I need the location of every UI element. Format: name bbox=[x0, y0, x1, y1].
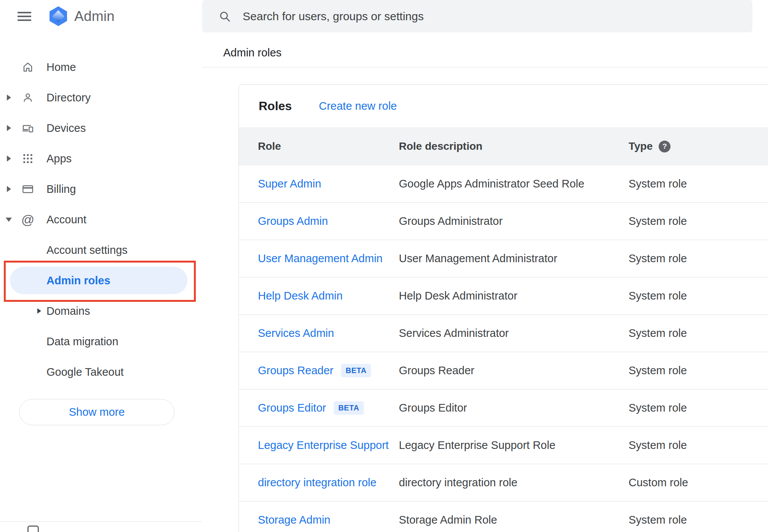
role-type: System role bbox=[629, 290, 768, 302]
hamburger-menu-icon[interactable] bbox=[18, 10, 31, 23]
role-link[interactable]: User Management Admin bbox=[258, 252, 382, 265]
home-icon bbox=[18, 61, 38, 73]
chevron-right-icon bbox=[7, 125, 11, 131]
roles-card-header: Roles Create new role bbox=[239, 85, 768, 127]
roles-table-body: Super Admin Google Apps Administrator Se… bbox=[239, 165, 768, 532]
role-type: System role bbox=[629, 252, 768, 265]
role-description: Legacy Enterprise Support Role bbox=[399, 439, 629, 452]
role-link[interactable]: Legacy Enterprise Support bbox=[258, 439, 389, 452]
chevron-right-icon bbox=[7, 186, 11, 192]
role-link[interactable]: Super Admin bbox=[258, 178, 321, 190]
table-row: Services Admin Services Administrator Sy… bbox=[239, 315, 768, 352]
breadcrumb: Admin roles bbox=[223, 46, 282, 59]
role-type: System role bbox=[629, 327, 768, 340]
table-row: Groups Admin Groups Administrator System… bbox=[239, 203, 768, 240]
role-description: User Management Administrator bbox=[399, 252, 629, 265]
table-row: Help Desk Admin Help Desk Administrator … bbox=[239, 277, 768, 315]
role-description: directory integration role bbox=[399, 476, 629, 489]
role-link[interactable]: Groups Admin bbox=[258, 215, 328, 228]
sidebar-nav: Home Directory Devices bbox=[0, 52, 202, 425]
role-description: Storage Admin Role bbox=[399, 514, 629, 526]
role-type: System role bbox=[629, 215, 768, 228]
beta-badge: BETA bbox=[334, 401, 364, 415]
role-link[interactable]: Services Admin bbox=[258, 327, 334, 340]
sidebar-item-devices[interactable]: Devices bbox=[0, 113, 202, 143]
column-header-type: Type bbox=[629, 140, 653, 152]
sidebar-item-apps[interactable]: Apps bbox=[0, 143, 202, 174]
chevron-right-icon bbox=[7, 95, 11, 101]
sidebar-item-billing[interactable]: Billing bbox=[0, 174, 202, 204]
sidebar-item-google-takeout[interactable]: Google Takeout bbox=[0, 357, 202, 387]
sidebar-item-account-settings[interactable]: Account settings bbox=[0, 235, 202, 265]
apps-grid-icon bbox=[18, 153, 38, 164]
roles-card: Roles Create new role Role Role descript… bbox=[238, 84, 768, 532]
table-row: Groups Editor BETA Groups Editor System … bbox=[239, 389, 768, 427]
role-description: Help Desk Administrator bbox=[399, 290, 629, 302]
table-row: Storage Admin Storage Admin Role System … bbox=[239, 502, 768, 532]
table-row: Super Admin Google Apps Administrator Se… bbox=[239, 165, 768, 203]
roles-title: Roles bbox=[259, 99, 292, 113]
sidebar-item-data-migration[interactable]: Data migration bbox=[0, 326, 202, 357]
role-description: Groups Reader bbox=[399, 364, 629, 377]
role-description: Groups Administrator bbox=[399, 215, 629, 228]
sidebar-item-label: Billing bbox=[46, 183, 76, 195]
column-header-description: Role description bbox=[399, 140, 629, 152]
devices-icon bbox=[18, 122, 38, 134]
person-icon bbox=[18, 91, 38, 104]
sidebar-item-label: Account bbox=[46, 213, 86, 226]
sidebar-item-admin-roles[interactable]: Admin roles bbox=[0, 265, 202, 296]
search-bar bbox=[202, 0, 752, 32]
sidebar-item-account[interactable]: @ Account bbox=[0, 204, 202, 235]
role-link[interactable]: Groups Editor bbox=[258, 402, 326, 414]
sidebar-header: Admin bbox=[0, 0, 202, 32]
role-link[interactable]: directory integration role bbox=[258, 476, 376, 489]
sidebar-item-domains[interactable]: Domains bbox=[0, 296, 202, 326]
roles-table-header: Role Role description Type ? bbox=[239, 127, 768, 165]
credit-card-icon bbox=[18, 183, 38, 195]
role-type: System role bbox=[629, 178, 768, 190]
role-type: Custom role bbox=[629, 476, 768, 489]
sidebar-item-label: Data migration bbox=[46, 335, 118, 348]
at-sign-icon: @ bbox=[18, 213, 38, 226]
table-row: Legacy Enterprise Support Legacy Enterpr… bbox=[239, 427, 768, 464]
admin-hexagon-logo bbox=[50, 6, 67, 26]
sidebar-bottom-divider bbox=[0, 521, 202, 522]
search-input[interactable] bbox=[243, 0, 752, 32]
role-type: System role bbox=[629, 439, 768, 452]
sidebar-item-directory[interactable]: Directory bbox=[0, 82, 202, 113]
sidebar-item-label: Account settings bbox=[46, 244, 128, 256]
role-type: System role bbox=[629, 514, 768, 526]
table-row: User Management Admin User Management Ad… bbox=[239, 240, 768, 277]
sidebar-item-label: Admin roles bbox=[46, 274, 110, 287]
sidebar-item-label: Home bbox=[46, 61, 76, 74]
role-description: Groups Editor bbox=[399, 402, 629, 414]
role-link[interactable]: Storage Admin bbox=[258, 514, 330, 526]
role-type: System role bbox=[629, 364, 768, 377]
partial-bottom-icon bbox=[27, 526, 39, 532]
table-row: Groups Reader BETA Groups Reader System … bbox=[239, 352, 768, 389]
sidebar-item-label: Directory bbox=[46, 91, 91, 104]
column-header-role: Role bbox=[258, 140, 399, 152]
chevron-right-icon bbox=[7, 155, 11, 162]
content-divider bbox=[202, 67, 768, 67]
sidebar-item-home[interactable]: Home bbox=[0, 52, 202, 82]
sidebar-item-label: Domains bbox=[46, 305, 90, 317]
chevron-down-icon bbox=[6, 218, 12, 222]
role-type: System role bbox=[629, 402, 768, 414]
show-more-button[interactable]: Show more bbox=[19, 399, 174, 425]
sidebar: Admin Home Directory bbox=[0, 0, 202, 532]
help-question-icon[interactable]: ? bbox=[659, 141, 670, 152]
sidebar-item-label: Devices bbox=[46, 122, 86, 135]
admin-console-page: Admin Home Directory bbox=[0, 0, 768, 532]
role-link[interactable]: Groups Reader bbox=[258, 364, 333, 377]
beta-badge: BETA bbox=[341, 364, 371, 377]
app-title: Admin bbox=[74, 8, 115, 24]
search-icon bbox=[218, 10, 231, 23]
table-row: directory integration role directory int… bbox=[239, 464, 768, 502]
role-description: Services Administrator bbox=[399, 327, 629, 340]
sidebar-item-label: Apps bbox=[46, 152, 72, 165]
role-link[interactable]: Help Desk Admin bbox=[258, 290, 342, 302]
role-description: Google Apps Administrator Seed Role bbox=[399, 178, 629, 190]
chevron-right-icon bbox=[37, 308, 41, 314]
create-new-role-link[interactable]: Create new role bbox=[319, 100, 397, 112]
